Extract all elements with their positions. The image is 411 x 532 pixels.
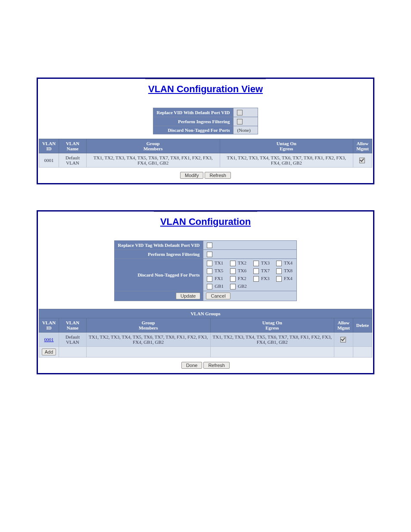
port-label-tx2: TX2: [237, 260, 246, 265]
cancel-cell: Cancel: [203, 291, 297, 301]
done-button[interactable]: Done: [181, 362, 202, 369]
view-button-row: Modify Refresh: [38, 169, 373, 183]
cell-vlan-name: Default VLAN: [59, 153, 87, 167]
port-checkbox-tx1[interactable]: [207, 261, 212, 266]
edit-button-row: Done Refresh: [38, 359, 373, 373]
vlan-view-row: 0001 Default VLAN TX1, TX2, TX3, TX4, TX…: [39, 153, 372, 167]
port-checkbox-tx5[interactable]: [207, 268, 212, 274]
col2-vlan-name: VLAN Name: [59, 318, 87, 332]
cell-allow-mgmt: [353, 153, 372, 167]
cell-empty-1: [59, 346, 87, 357]
port-checkbox-tx2[interactable]: [230, 261, 236, 266]
cell2-vlan-id[interactable]: 0001: [39, 332, 59, 346]
col-vlan-name: VLAN Name: [59, 139, 87, 153]
vlan-config-edit-panel: VLAN Configuration Replace VID Tag With …: [37, 210, 374, 374]
discard-nontagged-label: Discard Non-Tagged For Ports: [153, 126, 234, 134]
page-title-edit: VLAN Configuration: [38, 216, 373, 227]
cell-untag: TX1, TX2, TX3, TX4, TX5, TX6, TX7, TX8, …: [220, 153, 353, 167]
update-cell: Update: [114, 291, 203, 301]
port-label-tx7: TX7: [260, 268, 270, 273]
replace-vid-tag-checkbox[interactable]: [207, 243, 212, 248]
port-label-fx3: FX3: [260, 276, 269, 281]
cell-vlan-id: 0001: [39, 153, 59, 167]
port-label-gb2: GB2: [237, 283, 247, 289]
port-option-tx4[interactable]: TX4: [276, 260, 293, 266]
vlan-config-view-panel: VLAN Configuration View Replace VID With…: [37, 78, 374, 184]
refresh-button-2[interactable]: Refresh: [203, 362, 230, 369]
port-checkbox-fx4[interactable]: [276, 276, 282, 282]
port-label-tx8: TX8: [283, 268, 293, 273]
cell2-untag: TX1, TX2, TX3, TX4, TX5, TX6, TX7, TX8, …: [210, 332, 334, 346]
discard-nontagged-ports: TX1 TX2 TX3 TX4 TX5 TX6 TX7 TX8 FX1 FX2 …: [203, 258, 297, 291]
perform-ingress-label: Perform Ingress Filtering: [153, 117, 234, 126]
discard-nontagged-edit-label: Discard Non-Tagged For Ports: [114, 258, 203, 291]
port-option-fx3[interactable]: FX3: [253, 276, 270, 282]
vlan-view-grid: VLAN ID VLAN Name Group Members Untag On…: [39, 139, 372, 168]
port-option-tx2[interactable]: TX2: [230, 260, 247, 266]
edit-settings-table: Replace VID Tag With Default Port VID Pe…: [114, 240, 297, 301]
replace-vid-tag-label: Replace VID Tag With Default Port VID: [114, 240, 203, 249]
allow-mgmt-edit-checkbox-icon: [340, 337, 346, 342]
port-checkbox-gb2[interactable]: [230, 284, 236, 289]
cell-empty-3: [210, 346, 334, 357]
port-label-tx1: TX1: [213, 260, 223, 265]
col-group-members: Group Members: [87, 139, 220, 153]
vlan-id-link[interactable]: 0001: [44, 337, 54, 342]
update-button[interactable]: Update: [176, 292, 200, 299]
replace-vid-value: [234, 108, 258, 117]
port-option-fx1[interactable]: FX1: [207, 276, 224, 282]
port-option-tx7[interactable]: TX7: [253, 268, 270, 274]
replace-vid-label: Replace VID With Default Port VID: [153, 108, 234, 117]
port-checkbox-tx7[interactable]: [253, 268, 259, 274]
col-allow-mgmt: Allow Mgmt: [353, 139, 372, 153]
port-label-tx6: TX6: [237, 268, 246, 273]
cell-empty-2: [87, 346, 211, 357]
port-option-fx2[interactable]: FX2: [230, 276, 247, 282]
port-label-tx5: TX5: [213, 268, 223, 273]
title-rule: [145, 79, 266, 79]
title-rule-2: [154, 212, 257, 212]
cancel-button[interactable]: Cancel: [206, 292, 230, 299]
port-label-fx2: FX2: [237, 276, 246, 281]
perform-ingress-edit-label: Perform Ingress Filtering: [114, 249, 203, 258]
port-checkbox-tx6[interactable]: [230, 268, 236, 274]
refresh-button[interactable]: Refresh: [205, 172, 231, 179]
cell-empty-5: [353, 346, 372, 357]
page-title-view: VLAN Configuration View: [38, 84, 373, 95]
port-checkbox-fx1[interactable]: [207, 276, 212, 282]
port-option-gb2[interactable]: GB2: [230, 283, 247, 289]
cell2-delete: [353, 332, 372, 346]
vlan-groups-title: VLAN Groups: [39, 309, 372, 318]
port-option-tx8[interactable]: TX8: [276, 268, 293, 274]
port-option-gb1[interactable]: GB1: [207, 283, 224, 289]
col2-group-members: Group Members: [87, 318, 211, 332]
port-checkbox-tx4[interactable]: [276, 261, 282, 266]
col2-delete: Delete: [353, 318, 372, 332]
perform-ingress-checkbox-icon: [237, 119, 243, 124]
port-option-tx6[interactable]: TX6: [230, 268, 247, 274]
port-option-tx3[interactable]: TX3: [253, 260, 270, 266]
col2-allow-mgmt: Allow Mgmt: [334, 318, 353, 332]
vlan-groups-add-row: Add: [39, 346, 372, 357]
discard-nontagged-value: (None): [234, 126, 258, 134]
cell-members: TX1, TX2, TX3, TX4, TX5, TX6, TX7, TX8, …: [87, 153, 220, 167]
port-option-fx4[interactable]: FX4: [276, 276, 293, 282]
add-button[interactable]: Add: [42, 348, 56, 355]
port-checkbox-gb1[interactable]: [207, 284, 212, 289]
perform-ingress-edit-checkbox[interactable]: [207, 252, 212, 257]
perform-ingress-value: [234, 117, 258, 126]
modify-button[interactable]: Modify: [180, 172, 203, 179]
port-option-tx5[interactable]: TX5: [207, 268, 224, 274]
cell2-allow-mgmt: [334, 332, 353, 346]
port-checkbox-tx3[interactable]: [253, 261, 259, 266]
vlan-groups-row: 0001 Default VLAN TX1, TX2, TX3, TX4, TX…: [39, 332, 372, 346]
port-checkbox-tx8[interactable]: [276, 268, 282, 274]
port-checkbox-fx2[interactable]: [230, 276, 236, 282]
vlan-groups-grid: VLAN Groups VLAN ID VLAN Name Group Memb…: [39, 309, 372, 358]
port-checkbox-fx3[interactable]: [253, 276, 259, 282]
replace-vid-checkbox-icon: [237, 110, 243, 115]
perform-ingress-edit-value: [203, 249, 297, 258]
port-option-tx1[interactable]: TX1: [207, 260, 224, 266]
col-vlan-id: VLAN ID: [39, 139, 59, 153]
cell2-members: TX1, TX2, TX3, TX4, TX5, TX6, TX7, TX8, …: [87, 332, 211, 346]
